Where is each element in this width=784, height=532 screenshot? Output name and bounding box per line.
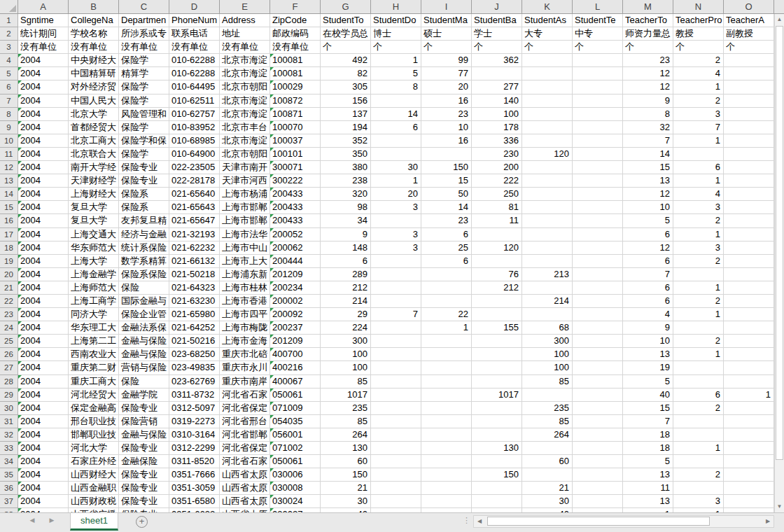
cell-K17[interactable] bbox=[522, 228, 573, 241]
cell-A19[interactable]: 2004 bbox=[18, 255, 69, 268]
cell-D29[interactable]: 0311-8732 bbox=[169, 388, 220, 402]
cell-I9[interactable]: 10 bbox=[421, 121, 472, 134]
row-header-1[interactable]: 1 bbox=[0, 14, 18, 27]
cell-D25[interactable]: 021-50216 bbox=[169, 335, 220, 348]
cell-L26[interactable] bbox=[573, 348, 623, 361]
cell-N10[interactable]: 1 bbox=[673, 134, 724, 148]
row-header-22[interactable]: 22 bbox=[0, 295, 18, 308]
cell-D8[interactable]: 010-62757 bbox=[169, 108, 220, 121]
cell-M33[interactable]: 18 bbox=[623, 442, 673, 455]
cell-B12[interactable]: 南开大学经 bbox=[69, 161, 119, 174]
cell-J15[interactable]: 81 bbox=[472, 201, 522, 214]
cell-F34[interactable]: 050061 bbox=[270, 455, 321, 468]
cell-E25[interactable]: 上海市金海 bbox=[220, 335, 270, 348]
cell-B18[interactable]: 华东师范大 bbox=[69, 241, 119, 255]
cell-C28[interactable]: 保险 bbox=[119, 375, 169, 388]
cell-E34[interactable]: 河北省石家 bbox=[220, 455, 270, 468]
cell-L10[interactable] bbox=[573, 134, 623, 148]
cell-H20[interactable] bbox=[371, 268, 421, 281]
cell-M3[interactable]: 个 bbox=[623, 41, 673, 54]
cell-O23[interactable] bbox=[724, 308, 774, 321]
cell-K34[interactable]: 60 bbox=[522, 455, 573, 468]
cell-D14[interactable]: 021-65640 bbox=[169, 188, 220, 201]
cell-N18[interactable]: 3 bbox=[673, 241, 724, 255]
cell-F1[interactable]: ZipCode bbox=[270, 14, 321, 27]
cell-M15[interactable]: 10 bbox=[623, 201, 673, 214]
cell-J36[interactable] bbox=[472, 482, 522, 495]
cell-O18[interactable] bbox=[724, 241, 774, 255]
cell-I12[interactable]: 150 bbox=[421, 161, 472, 174]
cell-D13[interactable]: 022-28178 bbox=[169, 174, 220, 188]
cell-C34[interactable]: 金融保险 bbox=[119, 455, 169, 468]
cell-O11[interactable] bbox=[724, 148, 774, 161]
cell-F25[interactable]: 201209 bbox=[270, 335, 321, 348]
cell-H13[interactable]: 1 bbox=[371, 174, 421, 188]
cell-K22[interactable]: 214 bbox=[522, 295, 573, 308]
cell-E21[interactable]: 上海市桂林 bbox=[220, 281, 270, 295]
cell-O2[interactable]: 副教授 bbox=[724, 27, 774, 41]
scroll-up-icon[interactable]: ▲ bbox=[775, 14, 784, 25]
cell-N35[interactable]: 2 bbox=[673, 468, 724, 482]
cell-D22[interactable]: 021-63230 bbox=[169, 295, 220, 308]
cell-O13[interactable] bbox=[724, 174, 774, 188]
cell-L24[interactable] bbox=[573, 321, 623, 335]
cell-F23[interactable]: 200092 bbox=[270, 308, 321, 321]
cell-E4[interactable]: 北京市海淀 bbox=[220, 54, 270, 67]
cell-A5[interactable]: 2004 bbox=[18, 67, 69, 80]
cell-C8[interactable]: 风险管理和 bbox=[119, 108, 169, 121]
cell-C27[interactable]: 营销与保险 bbox=[119, 361, 169, 374]
cell-L29[interactable] bbox=[573, 388, 623, 402]
cell-K30[interactable]: 235 bbox=[522, 402, 573, 415]
cell-F20[interactable]: 201209 bbox=[270, 268, 321, 281]
cell-L5[interactable] bbox=[573, 67, 623, 80]
cell-A14[interactable]: 2004 bbox=[18, 188, 69, 201]
cell-K18[interactable] bbox=[522, 241, 573, 255]
cell-A28[interactable]: 2004 bbox=[18, 375, 69, 388]
row-header-26[interactable]: 26 bbox=[0, 348, 18, 361]
cell-K11[interactable]: 120 bbox=[522, 148, 573, 161]
row-header-17[interactable]: 17 bbox=[0, 228, 18, 241]
cell-A37[interactable]: 2004 bbox=[18, 495, 69, 508]
cell-N4[interactable]: 2 bbox=[673, 54, 724, 67]
row-header-33[interactable]: 33 bbox=[0, 442, 18, 455]
cell-L2[interactable]: 中专 bbox=[573, 27, 623, 41]
cell-H28[interactable] bbox=[371, 375, 421, 388]
cell-D12[interactable]: 022-23505 bbox=[169, 161, 220, 174]
cell-C15[interactable]: 保险系 bbox=[119, 201, 169, 214]
cell-J23[interactable] bbox=[472, 308, 522, 321]
row-header-15[interactable]: 15 bbox=[0, 201, 18, 214]
cell-D15[interactable]: 021-65643 bbox=[169, 201, 220, 214]
cell-B31[interactable]: 邢台职业技 bbox=[69, 415, 119, 428]
cell-E28[interactable]: 重庆市南岸 bbox=[220, 375, 270, 388]
cell-A24[interactable]: 2004 bbox=[18, 321, 69, 335]
row-header-3[interactable]: 3 bbox=[0, 41, 18, 54]
cell-M26[interactable]: 13 bbox=[623, 348, 673, 361]
cell-H1[interactable]: StudentDo bbox=[371, 14, 421, 27]
col-header-D[interactable]: D bbox=[169, 0, 220, 14]
cell-B11[interactable]: 北京联合大 bbox=[69, 148, 119, 161]
cell-G23[interactable]: 29 bbox=[321, 308, 371, 321]
cell-G27[interactable]: 100 bbox=[321, 361, 371, 374]
cell-F19[interactable]: 200444 bbox=[270, 255, 321, 268]
cell-H4[interactable]: 1 bbox=[371, 54, 421, 67]
cell-M37[interactable]: 13 bbox=[623, 495, 673, 508]
cell-F31[interactable]: 054035 bbox=[270, 415, 321, 428]
cell-H18[interactable]: 3 bbox=[371, 241, 421, 255]
cell-J25[interactable] bbox=[472, 335, 522, 348]
cell-H23[interactable]: 7 bbox=[371, 308, 421, 321]
cell-G33[interactable]: 130 bbox=[321, 442, 371, 455]
cell-I37[interactable] bbox=[421, 495, 472, 508]
cell-L12[interactable] bbox=[573, 161, 623, 174]
cell-G15[interactable]: 98 bbox=[321, 201, 371, 214]
cell-B17[interactable]: 上海交通大 bbox=[69, 228, 119, 241]
cell-K25[interactable]: 300 bbox=[522, 335, 573, 348]
cell-A3[interactable]: 没有单位 bbox=[18, 41, 69, 54]
cell-M7[interactable]: 9 bbox=[623, 94, 673, 108]
col-header-F[interactable]: F bbox=[270, 0, 321, 14]
cell-B4[interactable]: 中央财经大 bbox=[69, 54, 119, 67]
cell-L6[interactable] bbox=[573, 80, 623, 94]
cell-K27[interactable]: 100 bbox=[522, 361, 573, 374]
cell-J33[interactable]: 130 bbox=[472, 442, 522, 455]
cell-H34[interactable] bbox=[371, 455, 421, 468]
cell-E15[interactable]: 上海市邯郸 bbox=[220, 201, 270, 214]
